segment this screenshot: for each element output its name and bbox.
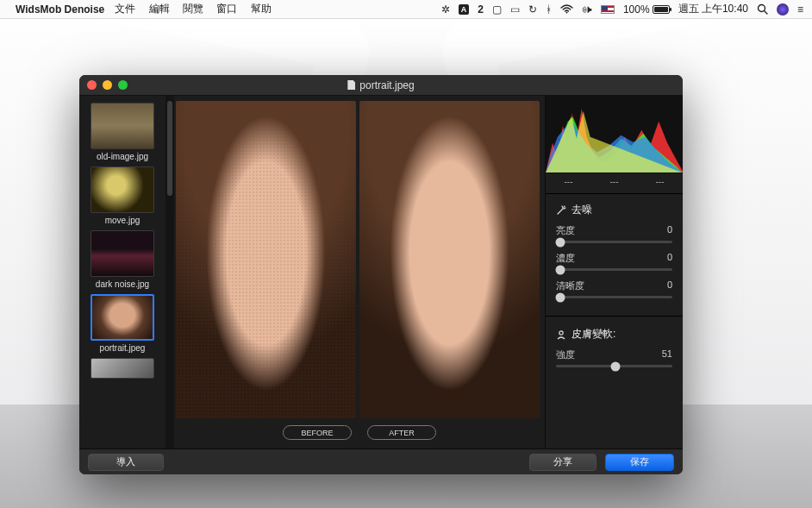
thumbnail-label: old-image.jpg	[97, 152, 148, 161]
thumbnail-label: dark noise.jpg	[96, 279, 149, 289]
share-button[interactable]: 分享	[529, 454, 597, 471]
sharpness-slider-row: 清晰度 0	[556, 279, 672, 298]
import-button[interactable]: 導入	[88, 454, 164, 471]
app-window: portrait.jpeg old-image.jpg move.jpg dar…	[79, 75, 683, 474]
skin-section: 皮膚變軟: 強度 51	[546, 318, 683, 379]
luminance-value: 0	[667, 224, 672, 237]
menubar-siri-icon[interactable]	[777, 3, 789, 16]
preview-before[interactable]	[176, 101, 356, 418]
battery-percent: 100%	[623, 3, 650, 16]
chrominance-slider[interactable]	[556, 268, 672, 271]
slider-knob[interactable]	[556, 292, 565, 302]
thumbnail-item[interactable]: move.jpg	[84, 166, 160, 225]
svg-point-3	[559, 330, 563, 334]
histogram-value-g: ---	[610, 177, 619, 186]
menu-edit[interactable]: 編輯	[149, 3, 170, 15]
menubar-notifications-icon[interactable]: ≡	[797, 3, 803, 16]
thumbnail-label: portrait.jpeg	[100, 343, 146, 353]
menubar-updates-icon[interactable]: ↻	[528, 3, 537, 16]
preview-area: BEFORE AFTER	[174, 96, 545, 448]
menu-window[interactable]: 窗口	[216, 3, 237, 15]
menubar-volume-icon[interactable]: 🕪	[582, 3, 592, 16]
menu-view[interactable]: 閱覽	[183, 3, 203, 15]
menubar-tab-icon[interactable]: 2	[478, 3, 484, 16]
skin-intensity-slider-row: 強度 51	[556, 348, 672, 367]
denoise-section-title: 去噪	[572, 203, 592, 217]
menubar-input-flag-icon[interactable]	[601, 5, 615, 14]
skin-section-title: 皮膚變軟:	[572, 327, 615, 342]
denoise-section: 去噪 亮度 0 濃度 0	[546, 194, 683, 310]
menubar-sync-icon[interactable]: ✲	[441, 3, 450, 16]
menubar-wifi-icon[interactable]	[560, 4, 573, 14]
save-button[interactable]: 保存	[605, 454, 674, 471]
chrominance-value: 0	[667, 252, 672, 265]
thumbnail-sidebar: old-image.jpg move.jpg dark noise.jpg po…	[79, 96, 166, 448]
thumbnail-image	[91, 358, 154, 379]
thumbnail-item[interactable]: portrait.jpeg	[84, 294, 160, 353]
slider-knob[interactable]	[556, 265, 565, 274]
window-title: portrait.jpeg	[79, 79, 683, 91]
menu-help[interactable]: 幫助	[251, 3, 272, 15]
slider-knob[interactable]	[556, 237, 565, 247]
document-icon	[347, 80, 355, 90]
menubar-bluetooth-icon[interactable]: ᚼ	[546, 3, 552, 16]
user-icon	[556, 329, 566, 340]
histogram-graph	[546, 96, 683, 172]
sharpness-label: 清晰度	[556, 279, 584, 292]
thumbnail-item[interactable]: old-image.jpg	[84, 103, 160, 161]
skin-intensity-label: 強度	[556, 348, 575, 361]
window-footer: 導入 分享 保存	[79, 448, 683, 474]
menubar-app-name[interactable]: WidsMob Denoise	[16, 3, 104, 16]
svg-line-2	[764, 11, 767, 15]
after-button[interactable]: AFTER	[367, 425, 436, 440]
histogram-readout: --- --- ---	[546, 173, 683, 194]
wand-icon	[556, 205, 566, 216]
skin-intensity-value: 51	[662, 348, 672, 361]
before-button[interactable]: BEFORE	[283, 425, 352, 440]
sidebar-scrollbar[interactable]	[166, 96, 174, 448]
menubar-battery[interactable]: 100%	[623, 3, 670, 16]
thumbnail-label: move.jpg	[105, 216, 141, 225]
luminance-slider[interactable]	[556, 241, 672, 243]
menubar-camera-icon[interactable]: ▢	[492, 3, 502, 16]
svg-point-0	[565, 12, 567, 14]
thumbnail-image	[91, 166, 154, 213]
macos-menubar: WidsMob Denoise 文件 編輯 閱覽 窗口 幫助 ✲ A 2 ▢ ▭…	[0, 0, 812, 19]
scrollbar-thumb[interactable]	[167, 101, 172, 196]
chrominance-label: 濃度	[556, 252, 575, 265]
menu-file[interactable]: 文件	[115, 3, 135, 15]
battery-icon	[653, 5, 670, 14]
chrominance-slider-row: 濃度 0	[556, 252, 672, 271]
panel-divider	[546, 316, 683, 317]
titlebar[interactable]: portrait.jpeg	[79, 75, 683, 96]
luminance-label: 亮度	[556, 224, 575, 237]
histogram	[546, 96, 683, 173]
sharpness-slider[interactable]	[556, 296, 672, 298]
preview-after-image	[359, 101, 540, 418]
menubar-menus: 文件 編輯 閱覽 窗口 幫助	[115, 2, 281, 16]
preview-before-image	[176, 101, 356, 418]
histogram-value-b: ---	[656, 177, 665, 186]
histogram-value-r: ---	[565, 177, 573, 186]
menubar-datetime[interactable]: 週五 上午10:40	[678, 2, 748, 16]
thumbnail-image	[91, 294, 154, 341]
thumbnail-image	[91, 103, 154, 149]
thumbnail-item[interactable]	[84, 358, 160, 379]
preview-after[interactable]	[359, 101, 540, 418]
window-title-text: portrait.jpeg	[359, 79, 414, 91]
menubar-spotlight-icon[interactable]	[757, 3, 768, 15]
menubar-adobe-icon[interactable]: A	[459, 4, 470, 15]
thumbnail-image	[91, 230, 154, 277]
luminance-slider-row: 亮度 0	[556, 224, 672, 243]
sharpness-value: 0	[667, 279, 672, 292]
slider-knob[interactable]	[610, 361, 620, 371]
skin-intensity-slider[interactable]	[556, 365, 672, 367]
menubar-display-icon[interactable]: ▭	[510, 3, 520, 16]
adjustments-panel: --- --- --- 去噪 亮度 0	[545, 96, 683, 448]
thumbnail-item[interactable]: dark noise.jpg	[84, 230, 160, 289]
